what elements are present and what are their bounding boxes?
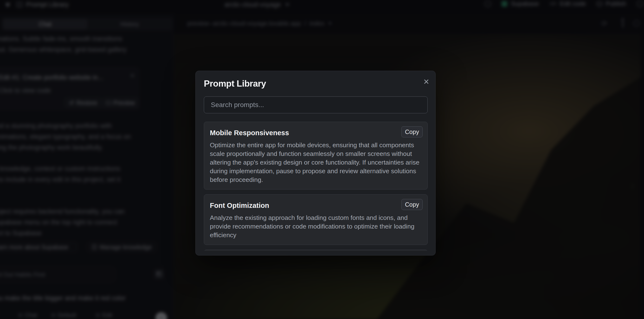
prompt-title: Font Optimization: [210, 200, 422, 211]
prompt-card-mobile-responsiveness[interactable]: Mobile Responsiveness Copy Optimize the …: [204, 122, 428, 190]
app-window: ♥ Prompt Library arctic-cloud-voyage Sup…: [0, 0, 644, 319]
prompt-title: Mobile Responsiveness: [210, 127, 422, 138]
prompt-card-font-optimization[interactable]: Font Optimization Copy Analyze the exist…: [204, 194, 428, 245]
prompt-list[interactable]: Mobile Responsiveness Copy Optimize the …: [204, 122, 428, 251]
search-prompts-input[interactable]: [204, 96, 428, 113]
modal-title: Prompt Library: [204, 79, 266, 89]
prompt-body: Analyze the existing approach for loadin…: [210, 214, 422, 239]
prompt-body: Optimize the entire app for mobile devic…: [210, 141, 422, 184]
copy-button[interactable]: Copy: [402, 199, 422, 210]
prompt-library-modal: Prompt Library × Mobile Responsiveness C…: [196, 71, 436, 256]
close-icon[interactable]: ×: [424, 77, 429, 86]
copy-button[interactable]: Copy: [402, 126, 422, 137]
prompt-card-peek[interactable]: [204, 250, 428, 251]
